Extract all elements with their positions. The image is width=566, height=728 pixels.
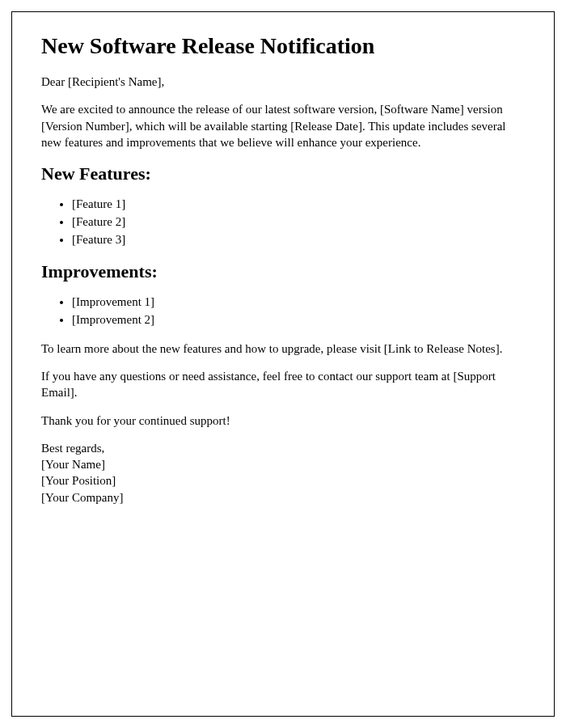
signoff-name: [Your Name]: [41, 456, 525, 472]
signoff-position: [Your Position]: [41, 472, 525, 489]
features-heading: New Features:: [41, 163, 525, 184]
intro-paragraph: We are excited to announce the release o…: [41, 101, 525, 150]
signoff-company: [Your Company]: [41, 489, 525, 506]
thanks-paragraph: Thank you for your continued support!: [41, 413, 525, 429]
list-item: [Improvement 2]: [72, 311, 525, 329]
list-item: [Feature 1]: [72, 196, 525, 214]
page-title: New Software Release Notification: [41, 33, 525, 59]
learn-more-paragraph: To learn more about the new features and…: [41, 341, 525, 357]
greeting: Dear [Recipient's Name],: [41, 74, 525, 90]
document-page: New Software Release Notification Dear […: [11, 11, 555, 717]
list-item: [Feature 2]: [72, 214, 525, 231]
improvements-list: [Improvement 1] [Improvement 2]: [72, 294, 525, 329]
improvements-heading: Improvements:: [41, 261, 525, 282]
support-paragraph: If you have any questions or need assist…: [41, 368, 525, 401]
signoff-regards: Best regards,: [41, 440, 525, 456]
features-list: [Feature 1] [Feature 2] [Feature 3]: [72, 196, 525, 248]
list-item: [Improvement 1]: [72, 294, 525, 311]
signoff: Best regards, [Your Name] [Your Position…: [41, 440, 525, 506]
list-item: [Feature 3]: [72, 231, 525, 249]
